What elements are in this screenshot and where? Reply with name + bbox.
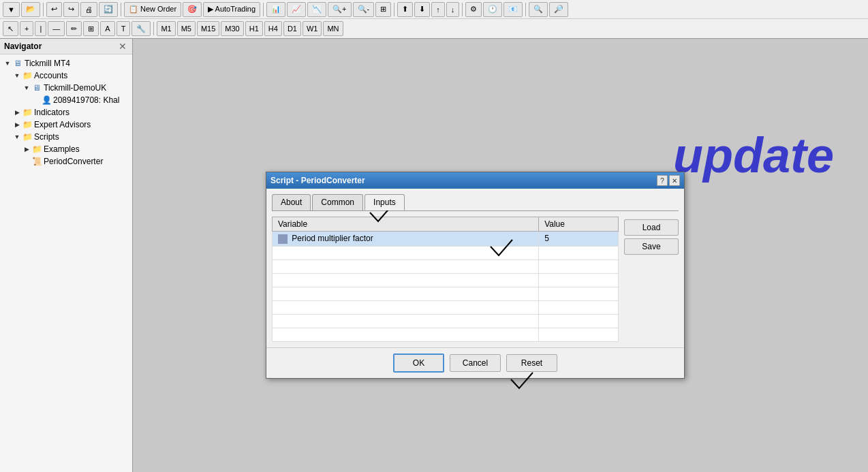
toolbar-sep-4 bbox=[394, 3, 394, 16]
tree-item-scripts[interactable]: ▼ 📁 Scripts bbox=[3, 131, 129, 143]
variable-label: Period multiplier factor bbox=[292, 234, 373, 243]
navigator-header: Navigator ✕ bbox=[0, 39, 132, 54]
table-row-empty-3 bbox=[273, 273, 619, 287]
table-row-empty-5 bbox=[273, 300, 619, 314]
tree-item-account-num[interactable]: 👤 2089419708: Khal bbox=[3, 94, 129, 106]
broker-icon-demo: 🖥 bbox=[31, 82, 42, 93]
tree-item-period-converter[interactable]: 📜 PeriodConverter bbox=[3, 155, 129, 168]
toolbar-sep-6 bbox=[525, 3, 526, 16]
expander-accounts: ▼ bbox=[12, 71, 22, 80]
tab-bar: About Common Inputs bbox=[272, 194, 679, 211]
folder-icon-indicators: 📁 bbox=[22, 107, 33, 118]
toolbar-btn-more-tools[interactable]: 🔧 bbox=[131, 21, 151, 36]
navigator-panel: Navigator ✕ ▼ 🖥 Tickmill MT4 ▼ 📁 Account… bbox=[0, 39, 133, 472]
tf-w1[interactable]: W1 bbox=[303, 21, 322, 36]
tree-item-indicators[interactable]: ▶ 📁 Indicators bbox=[3, 106, 129, 119]
table-row-empty-6 bbox=[273, 314, 619, 328]
load-button[interactable]: Load bbox=[624, 219, 679, 236]
toolbar-btn-cursor[interactable]: ↖ bbox=[3, 21, 18, 36]
tree-label-tickmill-demo: Tickmill-DemoUK bbox=[44, 83, 106, 93]
row-icon bbox=[278, 234, 288, 244]
folder-icon-scripts: 📁 bbox=[22, 131, 33, 142]
toolbar-btn-label[interactable]: T bbox=[117, 21, 131, 36]
dialog-help-button[interactable]: ? bbox=[657, 175, 668, 186]
toolbar-btn-settings[interactable]: ⚙ bbox=[465, 2, 482, 17]
ok-button[interactable]: OK bbox=[393, 353, 444, 373]
toolbar-btn-search1[interactable]: 🔍 bbox=[529, 2, 548, 17]
table-row[interactable]: Period multiplier factor 5 bbox=[273, 232, 619, 247]
toolbar-btn-search2[interactable]: 🔎 bbox=[549, 2, 568, 17]
script-icon-period-converter: 📜 bbox=[31, 156, 42, 167]
toolbar-btn-text[interactable]: A bbox=[100, 21, 114, 36]
tree-item-examples[interactable]: ▶ 📁 Examples bbox=[3, 143, 129, 155]
dialog-title-buttons: ? ✕ bbox=[657, 175, 680, 186]
save-button[interactable]: Save bbox=[624, 238, 679, 255]
toolbar-btn-hline[interactable]: — bbox=[48, 21, 65, 36]
tree-item-tickmill-demo[interactable]: ▼ 🖥 Tickmill-DemoUK bbox=[3, 82, 129, 94]
person-icon-account: 👤 bbox=[41, 95, 52, 106]
toolbar-btn-chart-down[interactable]: 📉 bbox=[307, 2, 326, 17]
toolbar-btn-chart-bar[interactable]: 📊 bbox=[266, 2, 285, 17]
toolbar-btn-undo[interactable]: ↩ bbox=[46, 2, 62, 17]
cell-value[interactable]: 5 bbox=[539, 232, 619, 247]
toolbar-btn-chart-up[interactable]: 📈 bbox=[287, 2, 306, 17]
tf-h4[interactable]: H4 bbox=[264, 21, 282, 36]
navigator-close-button[interactable]: ✕ bbox=[117, 41, 128, 52]
navigator-tree: ▼ 🖥 Tickmill MT4 ▼ 📁 Accounts ▼ 🖥 Tickmi… bbox=[0, 54, 132, 472]
toolbar-sep-7 bbox=[153, 22, 154, 35]
tf-m30[interactable]: M30 bbox=[221, 21, 243, 36]
tree-item-tickmill[interactable]: ▼ 🖥 Tickmill MT4 bbox=[3, 57, 129, 69]
tf-h1[interactable]: H1 bbox=[245, 21, 263, 36]
inputs-table-container: Variable Value Period multiplier factor bbox=[272, 217, 679, 342]
toolbar-btn-zoom-out[interactable]: 🔍- bbox=[353, 2, 375, 17]
reset-button[interactable]: Reset bbox=[506, 354, 557, 372]
dialog-close-button[interactable]: ✕ bbox=[669, 175, 680, 186]
toolbar-btn-period-sep[interactable]: ⊞ bbox=[83, 21, 99, 36]
toolbar-btn-vline[interactable]: | bbox=[35, 21, 46, 36]
toolbar-btn-down2[interactable]: ↓ bbox=[446, 2, 460, 17]
tab-inputs[interactable]: Inputs bbox=[365, 194, 405, 210]
cancel-button[interactable]: Cancel bbox=[450, 354, 501, 372]
tree-label-examples: Examples bbox=[44, 144, 80, 154]
tf-m15[interactable]: M15 bbox=[197, 21, 219, 36]
tab-common[interactable]: Common bbox=[312, 194, 363, 210]
expander-account-num bbox=[31, 95, 41, 105]
cell-variable: Period multiplier factor bbox=[273, 232, 539, 247]
toolbar-btn-print[interactable]: 🖨 bbox=[80, 2, 97, 17]
toolbar-btn-zoom-in[interactable]: 🔍+ bbox=[328, 2, 351, 17]
toolbar-btn-crosshair[interactable]: + bbox=[20, 21, 33, 36]
toolbar-btn-redo[interactable]: ↪ bbox=[63, 2, 79, 17]
col-header-variable: Variable bbox=[273, 217, 539, 232]
tf-m1[interactable]: M1 bbox=[157, 21, 175, 36]
tf-m5[interactable]: M5 bbox=[177, 21, 196, 36]
expander-tickmill-demo: ▼ bbox=[22, 83, 31, 93]
autotrading-button[interactable]: ▶ AutoTrading bbox=[203, 2, 260, 17]
tree-item-accounts[interactable]: ▼ 📁 Accounts bbox=[3, 69, 129, 82]
toolbar-btn-down1[interactable]: ⬇ bbox=[414, 2, 430, 17]
tf-d1[interactable]: D1 bbox=[283, 21, 301, 36]
new-order-button[interactable]: 📋 New Order bbox=[124, 2, 181, 17]
script-dialog: Script - PeriodConverter ? ✕ About Commo… bbox=[266, 172, 685, 379]
folder-icon-expert-advisors: 📁 bbox=[22, 119, 33, 130]
toolbar-btn-up2[interactable]: ↑ bbox=[431, 2, 445, 17]
tree-item-expert-advisors[interactable]: ▶ 📁 Expert Advisors bbox=[3, 119, 129, 131]
toolbar-btn-target[interactable]: 🎯 bbox=[183, 2, 202, 17]
toolbar-btn-file[interactable]: 📂 bbox=[21, 2, 40, 17]
tab-about[interactable]: About bbox=[272, 194, 311, 210]
toolbar-btn-profile[interactable]: ▼ bbox=[3, 2, 20, 17]
toolbar-row1: ▼ 📂 ↩ ↪ 🖨 🔄 📋 New Order 🎯 ▶ AutoTrading … bbox=[0, 0, 868, 19]
toolbar-btn-up1[interactable]: ⬆ bbox=[397, 2, 413, 17]
table-row-empty-2 bbox=[273, 259, 619, 273]
toolbar-btn-clock[interactable]: 🕐 bbox=[483, 2, 502, 17]
watermark-text: update bbox=[673, 127, 834, 183]
table-row-empty-4 bbox=[273, 287, 619, 300]
toolbar-btn-grid[interactable]: ⊞ bbox=[375, 2, 391, 17]
tree-label-scripts: Scripts bbox=[34, 132, 59, 142]
expander-scripts: ▼ bbox=[12, 132, 22, 142]
toolbar-btn-trendline[interactable]: ✏ bbox=[66, 21, 82, 36]
toolbar-btn-refresh[interactable]: 🔄 bbox=[99, 2, 118, 17]
tf-mn[interactable]: MN bbox=[323, 21, 343, 36]
expander-examples: ▶ bbox=[22, 144, 31, 154]
navigator-title: Navigator bbox=[4, 42, 42, 51]
toolbar-btn-email[interactable]: 📧 bbox=[503, 2, 523, 17]
